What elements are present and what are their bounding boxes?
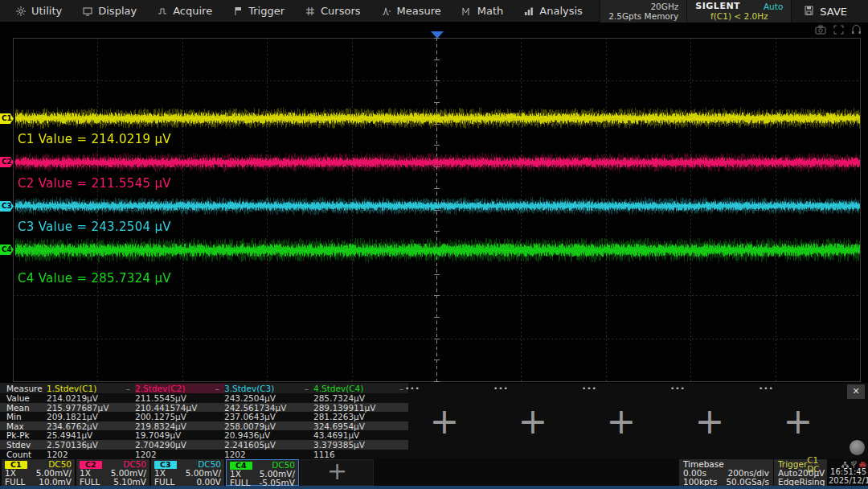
trigger-box[interactable]: TriggerC1 DC Auto200µV EdgeRising: [774, 459, 827, 486]
ch1-coupling: DC50: [48, 460, 72, 469]
stat-cell: 243.2504µV: [224, 393, 313, 403]
menu-math[interactable]: Math: [462, 5, 504, 17]
brand-logo: SIGLENT: [695, 2, 740, 11]
measurement-3-header[interactable]: 3.Stdev(C3)–: [224, 384, 313, 393]
stat-cell: 200.1275µV: [135, 412, 224, 421]
menu-acquire-label: Acquire: [173, 5, 212, 17]
ch3-status-box[interactable]: C3DC50 1X5.00mV/ FULL0.00V: [151, 459, 224, 486]
stat-cell: 2.570136µV: [47, 440, 135, 450]
ch1-scale: 5.00mV/: [36, 469, 72, 478]
menu-acquire[interactable]: Acquire: [158, 5, 212, 17]
row-label-stdev: Stdev: [0, 440, 47, 450]
panel-toggle-icon[interactable]: [851, 25, 862, 35]
add-channel-button[interactable]: +: [301, 459, 374, 486]
stat-cell: 43.4691µV: [313, 430, 408, 440]
menu-analysis[interactable]: Analysis: [524, 5, 583, 17]
collapse-icon[interactable]: –: [215, 384, 219, 393]
row-label-pkpk: Pk-Pk: [0, 430, 47, 440]
trigger-position-marker[interactable]: [431, 31, 444, 39]
menu-bar: Utility Display Acquire Trigger Cursors …: [0, 0, 868, 23]
slot-menu-icon[interactable]: •••: [759, 384, 774, 392]
waveform-icon: [158, 6, 167, 16]
add-measurement-button[interactable]: +: [427, 405, 462, 441]
bottom-accent-strip: [0, 486, 868, 489]
ch1-status-box[interactable]: C1DC50 1X5.00mV/ FULL10.0mV: [2, 459, 75, 486]
chart-icon: [524, 6, 534, 16]
stat-cell: 285.7324µV: [313, 393, 408, 403]
row-label-min: Min: [0, 412, 47, 421]
ch2-status-box[interactable]: C2DC50 1X5.00mV/ FULL5.10mV: [76, 459, 149, 486]
menu-utility[interactable]: Utility: [16, 5, 62, 17]
measurement-slot-6: ••• +: [489, 383, 577, 458]
measure-icon: [382, 6, 391, 16]
row-label-mean: Mean: [0, 403, 47, 413]
ch3-value-label: C3 Value = 243.2504 µV: [18, 220, 171, 234]
measurement-1-header[interactable]: 1.Stdev(C1)–: [47, 384, 135, 393]
date-display: 2025/12/19: [829, 476, 866, 485]
trigger-status-block[interactable]: SIGLENT Auto f(C1) < 2.0Hz: [686, 0, 791, 23]
add-measurement-button[interactable]: +: [692, 405, 727, 441]
clock-block: 16:51:45 2025/12/19: [829, 459, 868, 486]
ch4-coupling: DC50: [272, 461, 295, 470]
timebase-box[interactable]: Timebase 0.00s200ns/div 100kpts50.0GSa/s: [679, 459, 773, 486]
ch3-tag: C3: [154, 461, 177, 469]
slot-menu-icon[interactable]: •••: [670, 384, 686, 392]
stat-cell: 289.139911µV: [313, 403, 408, 413]
graticule-canvas[interactable]: [0, 23, 868, 383]
stat-cell: 324.6954µV: [313, 421, 408, 431]
menu-display-label: Display: [98, 5, 137, 17]
slot-menu-icon[interactable]: •••: [405, 384, 420, 392]
menu-cursors[interactable]: Cursors: [305, 5, 361, 17]
ch4-status-box[interactable]: C4DC50 1X5.00mV/ FULL-5.05mV: [226, 459, 299, 486]
slot-menu-icon[interactable]: •••: [582, 384, 597, 392]
collapse-icon[interactable]: –: [305, 384, 309, 393]
stat-cell: 210.441574µV: [135, 403, 224, 413]
menu-items: Utility Display Acquire Trigger Cursors …: [0, 5, 583, 17]
save-label: SAVE: [820, 6, 847, 18]
add-measurement-button[interactable]: +: [780, 405, 816, 441]
add-measurement-button[interactable]: +: [515, 405, 551, 441]
camera-icon[interactable]: [815, 25, 826, 35]
stat-cell: 215.977687µV: [47, 403, 135, 413]
ch1-value-label: C1 Value = 214.0219 µV: [18, 132, 171, 146]
display-toolbar: [815, 25, 862, 35]
close-icon[interactable]: ✕: [847, 384, 865, 399]
add-measurement-button[interactable]: +: [604, 405, 639, 441]
save-button[interactable]: SAVE: [791, 0, 868, 23]
menu-analysis-label: Analysis: [539, 5, 583, 17]
ch4-value-label: C4 Value = 285.7324 µV: [18, 271, 171, 286]
slot-menu-icon[interactable]: •••: [493, 384, 509, 392]
flag-icon: [233, 6, 243, 16]
row-label-max: Max: [0, 421, 47, 431]
timebase-scale: 200ns/div: [727, 469, 769, 478]
ch1-tag: C1: [5, 461, 27, 469]
waveform-display-area: C1 C2 C3 C4 C1 Value = 214.0219 µV C2 Va…: [0, 23, 868, 383]
acquisition-info[interactable]: 20GHz 2.5Gpts Memory: [600, 0, 686, 23]
menu-display[interactable]: Display: [83, 5, 137, 17]
menu-cursors-label: Cursors: [321, 5, 361, 17]
ch1-probe: 1X: [5, 469, 16, 478]
collapse-icon[interactable]: –: [126, 384, 130, 393]
menu-trigger[interactable]: Trigger: [233, 5, 285, 17]
fullscreen-icon[interactable]: [833, 25, 844, 35]
stat-cell: 1202: [47, 450, 135, 459]
panel-knob-button[interactable]: [850, 440, 865, 455]
cursors-icon: [305, 6, 315, 16]
stat-cell: 209.1821µV: [47, 412, 135, 421]
bottom-status-bar: C1DC50 1X5.00mV/ FULL10.0mV C2DC50 1X5.0…: [0, 458, 868, 489]
stat-cell: 237.0643µV: [224, 412, 313, 421]
measurement-4-header[interactable]: 4.Stdev(C4)–: [313, 384, 408, 393]
row-label-count: Count: [0, 450, 47, 459]
ch2-value-label: C2 Value = 211.5545 µV: [18, 176, 171, 191]
menu-measure-label: Measure: [397, 5, 441, 17]
stat-cell: 2.704290µV: [135, 440, 224, 450]
measurement-slot-5: ••• +: [400, 383, 489, 458]
measurement-2-header[interactable]: 2.Stdev(C2)–: [135, 384, 224, 393]
monitor-icon: [83, 6, 92, 16]
menubar-status: 20GHz 2.5Gpts Memory SIGLENT Auto f(C1) …: [600, 0, 868, 23]
timebase-delay: 0.00s: [683, 469, 706, 478]
menu-measure[interactable]: Measure: [382, 5, 441, 17]
oscilloscope-screen: Utility Display Acquire Trigger Cursors …: [0, 0, 868, 489]
stat-cell: 20.9436µV: [224, 430, 313, 440]
ch3-probe: 1X: [154, 469, 166, 478]
